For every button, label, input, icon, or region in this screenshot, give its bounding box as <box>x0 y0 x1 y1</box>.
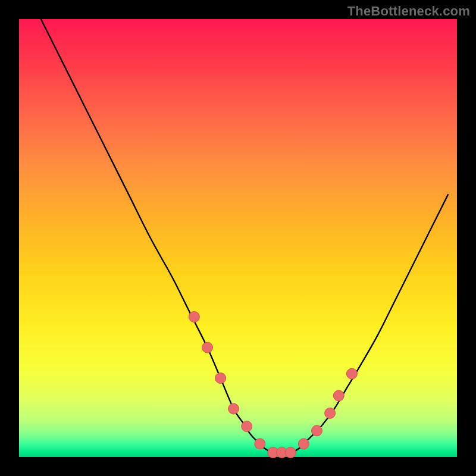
chart-frame: TheBottleneck.com <box>0 0 476 476</box>
plot-area <box>19 19 457 457</box>
watermark-text: TheBottleneck.com <box>347 4 470 19</box>
